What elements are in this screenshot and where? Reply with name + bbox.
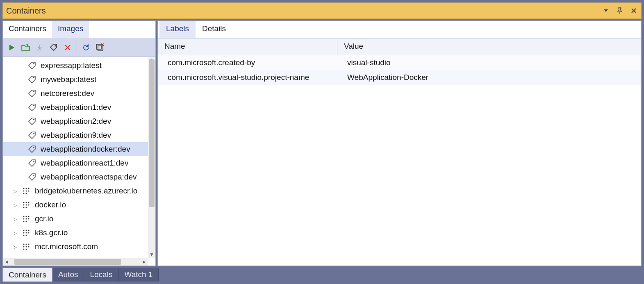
right-tabstrip: Labels Details [158,21,641,38]
registry-icon [22,186,31,195]
horizontal-scroll-thumb[interactable] [14,259,121,265]
prune-icon[interactable] [94,42,106,53]
horizontal-scrollbar[interactable]: ◄ ► [3,258,148,266]
tag-icon [27,75,36,84]
image-item[interactable]: mywebapi:latest [3,73,148,86]
expand-icon[interactable]: ▷ [12,230,18,236]
registry-item[interactable]: ▷bridgetokubernetes.azurecr.io [3,184,148,198]
window-menu-dropdown-icon[interactable] [602,7,610,15]
registry-item-label: k8s.gcr.io [35,228,68,237]
image-item-label: webapplication9:dev [41,131,111,140]
bottom-tab[interactable]: Containers [2,268,52,282]
scroll-left-icon[interactable]: ◄ [3,259,10,265]
registry-item[interactable]: ▷k8s.gcr.io [3,226,148,240]
expand-icon[interactable]: ▷ [12,244,18,250]
download-icon[interactable] [34,42,46,53]
image-item[interactable]: expressapp:latest [3,59,148,73]
toolbar-separator [77,42,77,53]
label-name: com.microsoft.created-by [158,57,337,69]
bottom-tab[interactable]: Locals [84,268,118,282]
right-panel: Labels Details Name Value com.microsoft.… [157,20,642,266]
registry-item-label: gcr.io [35,214,53,223]
bottom-tabstrip: ContainersAutosLocalsWatch 1 [2,268,642,282]
delete-icon[interactable] [62,42,73,53]
tag-icon [27,89,36,98]
grid-header: Name Value [158,38,641,55]
image-item-label: webapplication1:dev [41,103,111,112]
tag-icon [27,103,36,112]
label-name: com.microsoft.visual-studio.project-name [158,71,337,84]
image-item[interactable]: webapplicationreact1:dev [3,156,148,170]
image-item[interactable]: webapplicationdocker:dev [3,142,148,156]
tree-scroll-area[interactable]: expressapp:latestmywebapi:latestnetcorer… [3,57,148,258]
scroll-right-icon[interactable]: ► [141,259,148,265]
registry-item[interactable]: ▷docker.io [3,198,148,212]
registry-item-label: docker.io [35,200,66,209]
image-item[interactable]: netcorerest:dev [3,86,148,100]
svg-point-0 [55,45,56,46]
image-item-label: webapplicationreactspa:dev [41,173,137,182]
scroll-down-icon[interactable]: ▼ [148,251,155,258]
expand-icon[interactable]: ▷ [12,202,18,208]
registry-item-label: bridgetokubernetes.azurecr.io [35,186,137,195]
column-header-name[interactable]: Name [158,39,337,55]
registry-item[interactable]: ▷mcr.microsoft.com [3,240,148,254]
image-item[interactable]: webapplication2:dev [3,114,148,128]
vertical-scrollbar[interactable]: ▲ ▼ [148,57,155,258]
tag-icon [27,61,36,70]
registry-icon [22,228,31,237]
tag-icon[interactable] [48,42,59,53]
image-item[interactable]: webapplicationreactspa:dev [3,170,148,184]
image-item-label: mywebapi:latest [41,75,96,84]
registry-icon [22,214,31,223]
registry-icon [22,200,31,209]
image-toolbar [3,38,155,57]
registry-item[interactable]: ▷gcr.io [3,212,148,226]
open-folder-icon[interactable] [20,42,32,53]
bottom-tab[interactable]: Autos [52,268,84,282]
image-item-label: webapplicationreact1:dev [41,159,128,168]
window-controls [602,7,638,15]
tag-icon [27,131,36,140]
bottom-tab[interactable]: Watch 1 [118,268,159,282]
tab-images[interactable]: Images [52,21,89,38]
expand-icon[interactable]: ▷ [12,216,18,222]
expand-icon[interactable]: ▷ [12,188,18,194]
tab-details[interactable]: Details [196,21,232,38]
image-item-label: netcorerest:dev [41,89,94,98]
grid-body: com.microsoft.created-byvisual-studiocom… [158,55,641,85]
tag-icon [27,159,36,168]
label-row[interactable]: com.microsoft.created-byvisual-studio [158,55,641,70]
containers-tool-window: Containers Containers Images [2,2,642,282]
tag-icon [27,173,36,182]
main-area: Containers Images [2,20,642,266]
registry-item-label: mcr.microsoft.com [35,242,98,251]
image-item-label: webapplication2:dev [41,117,111,126]
tab-containers[interactable]: Containers [3,21,52,38]
label-row[interactable]: com.microsoft.visual-studio.project-name… [158,70,641,85]
tab-labels[interactable]: Labels [159,21,196,38]
svg-rect-2 [96,44,101,49]
left-tabstrip: Containers Images [3,21,155,38]
image-item[interactable]: webapplication9:dev [3,128,148,142]
tag-icon [27,117,36,126]
pin-icon[interactable] [616,7,624,15]
label-value: WebApplication-Docker [337,71,641,84]
run-icon[interactable] [6,42,18,53]
svg-rect-1 [98,46,103,51]
column-header-value[interactable]: Value [337,39,641,55]
image-item-label: expressapp:latest [41,61,102,70]
vertical-scroll-thumb[interactable] [149,59,155,207]
image-tree: expressapp:latestmywebapi:latestnetcorer… [3,57,155,266]
tag-icon [27,145,36,154]
titlebar: Containers [2,2,642,19]
close-icon[interactable] [630,7,638,15]
image-item-label: webapplicationdocker:dev [41,145,130,154]
label-value: visual-studio [337,57,641,69]
window-title: Containers [6,6,46,16]
registry-icon [22,242,31,251]
left-panel: Containers Images [2,20,156,266]
labels-grid: Name Value com.microsoft.created-byvisua… [158,38,641,266]
refresh-icon[interactable] [80,42,92,53]
image-item[interactable]: webapplication1:dev [3,100,148,114]
